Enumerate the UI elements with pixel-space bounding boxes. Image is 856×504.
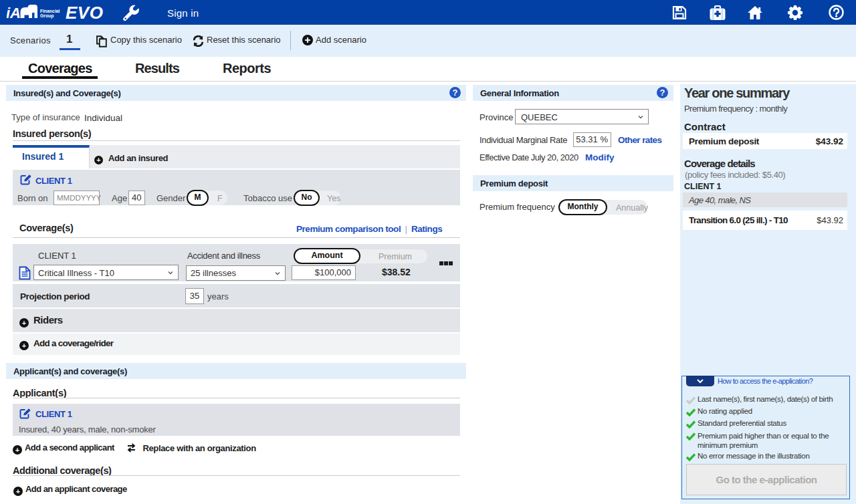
svg-text:iA: iA — [7, 5, 21, 21]
svg-text:Group: Group — [40, 13, 54, 19]
svg-text:Financial: Financial — [40, 9, 60, 13]
